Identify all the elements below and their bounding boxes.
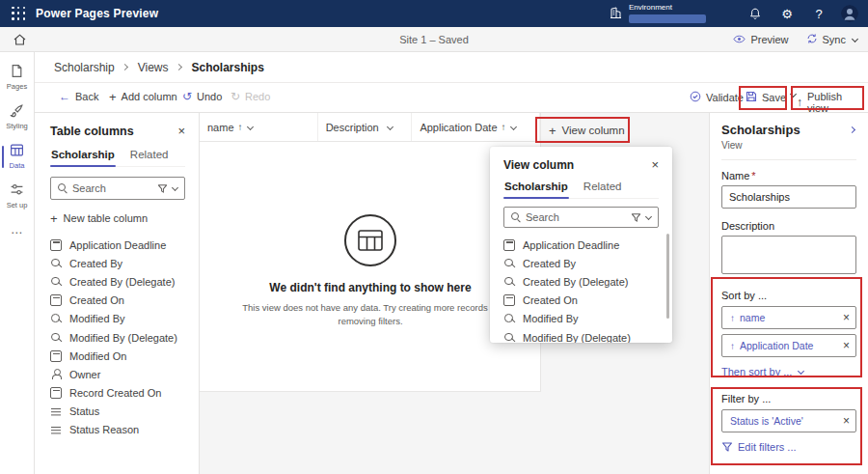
calendar-icon xyxy=(503,239,515,251)
remove-sort-icon[interactable]: × xyxy=(843,340,850,351)
grid-column-header[interactable]: name ↑ xyxy=(200,113,318,141)
column-list-item[interactable]: Modified By xyxy=(50,310,185,328)
command-toolbar: ← Back + Add column ↺ Undo ↻ Redo Valida… xyxy=(35,83,868,113)
collapse-panel-chevron-icon[interactable] xyxy=(849,126,856,134)
grid-column-header[interactable]: Application Date ↑ xyxy=(412,113,540,141)
divider xyxy=(721,159,856,160)
popup-search-input[interactable] xyxy=(526,211,626,223)
column-list-item[interactable]: Application Deadline xyxy=(503,236,659,254)
redo-icon: ↻ xyxy=(231,92,240,102)
column-list-item[interactable]: Created By (Delegate) xyxy=(50,272,185,291)
column-list-item[interactable]: Modified By (Delegate) xyxy=(50,328,185,347)
plus-icon: + xyxy=(549,125,556,136)
table-columns-tabs: Scholarship Related xyxy=(50,146,185,167)
tab-related[interactable]: Related xyxy=(129,146,170,166)
undo-button[interactable]: ↺ Undo xyxy=(176,86,229,107)
new-table-column-button[interactable]: + New table column xyxy=(50,212,185,224)
view-description-textarea[interactable] xyxy=(721,236,856,274)
notifications-bell-icon[interactable] xyxy=(746,4,765,23)
help-icon[interactable]: ? xyxy=(809,4,828,23)
sync-icon xyxy=(806,33,818,46)
plus-icon: + xyxy=(109,92,117,102)
popup-scrollbar[interactable] xyxy=(666,234,669,319)
sort-rule-chip[interactable]: ↑ name × xyxy=(721,306,856,329)
remove-sort-icon[interactable]: × xyxy=(843,312,850,323)
app-title: Power Pages Preview xyxy=(36,7,158,20)
breadcrumb-item-current: Scholarships xyxy=(192,61,264,74)
popup-tab-related[interactable]: Related xyxy=(583,178,623,198)
back-button[interactable]: ← Back xyxy=(52,86,105,107)
column-list-item[interactable]: Created By (Delegate) xyxy=(503,272,659,291)
rail-item-set-up[interactable]: Set up xyxy=(0,179,35,214)
sync-dropdown-chevron-icon xyxy=(851,36,858,43)
close-panel-icon[interactable]: × xyxy=(177,125,185,137)
calendar-icon xyxy=(50,387,62,399)
sort-ascending-icon: ↑ xyxy=(730,341,735,351)
edit-filters-button[interactable]: Edit filters ... xyxy=(721,441,856,453)
lookup-icon xyxy=(50,313,62,324)
popup-tab-scholarship[interactable]: Scholarship xyxy=(503,178,569,198)
status-icon xyxy=(50,424,62,435)
power-pages-maker-window: Power Pages Preview Environment ⚙ ? xyxy=(0,0,868,474)
validate-button[interactable]: Validate xyxy=(683,86,750,109)
sync-button[interactable]: Sync xyxy=(806,33,858,46)
filter-rule-chip[interactable]: Status is 'Active' × xyxy=(721,409,856,432)
grid-column-header[interactable]: Description xyxy=(318,113,413,141)
filter-chevron-icon xyxy=(171,184,178,192)
breadcrumb-item-views[interactable]: Views xyxy=(138,61,169,74)
table-columns-panel-title: Table columns xyxy=(50,125,134,138)
popup-search-box xyxy=(503,207,659,228)
then-sort-by-button[interactable]: Then sort by ... xyxy=(721,366,856,377)
save-button[interactable]: Save xyxy=(742,86,790,109)
environment-picker[interactable]: Environment xyxy=(610,4,706,23)
user-avatar[interactable] xyxy=(841,5,858,22)
view-name-input[interactable] xyxy=(721,185,856,209)
add-column-button[interactable]: + Add column xyxy=(102,86,184,107)
rail-item-pages[interactable]: Pages xyxy=(0,60,35,96)
grid-header-row: name ↑ Description Application Date ↑ xyxy=(200,113,540,142)
breadcrumb-separator-icon xyxy=(176,64,184,71)
redo-button[interactable]: ↻ Redo xyxy=(224,86,277,107)
required-marker: * xyxy=(751,170,755,181)
waffle-menu-icon[interactable] xyxy=(12,7,26,21)
styling-brush-icon xyxy=(10,103,24,120)
column-list-item[interactable]: Application Deadline xyxy=(50,236,185,254)
rail-item-styling[interactable]: Styling xyxy=(0,99,35,135)
popup-filter-button[interactable] xyxy=(631,212,652,223)
column-list-item[interactable]: Modified By xyxy=(503,310,659,328)
settings-gear-icon[interactable]: ⚙ xyxy=(777,4,797,23)
column-list-item[interactable]: Modified On xyxy=(50,347,185,365)
lookup-icon xyxy=(50,258,62,269)
column-list-item[interactable]: Created By xyxy=(503,254,659,272)
remove-filter-icon[interactable]: × xyxy=(843,415,850,427)
view-column-button[interactable]: + View column xyxy=(539,119,635,142)
column-list-item[interactable]: Status Reason xyxy=(50,421,185,439)
columns-search-box xyxy=(50,177,185,200)
properties-title: Scholarships xyxy=(721,123,800,137)
description-field-label: Description xyxy=(721,220,856,232)
column-list-item[interactable]: Status xyxy=(50,403,185,421)
column-list-item[interactable]: Owner xyxy=(50,365,185,383)
save-disk-icon xyxy=(746,91,757,104)
tab-scholarship[interactable]: Scholarship xyxy=(50,146,116,166)
columns-search-input[interactable] xyxy=(72,182,152,194)
column-list-item[interactable]: Created On xyxy=(50,292,185,310)
sort-rule-chip[interactable]: ↑ Application Date × xyxy=(721,334,856,357)
column-list-item[interactable]: Created On xyxy=(503,292,659,310)
environment-icon xyxy=(610,7,622,21)
close-popup-icon[interactable]: × xyxy=(651,159,659,171)
column-list-item[interactable]: Modified By (Delegate) xyxy=(503,328,659,343)
preview-button[interactable]: Preview xyxy=(733,34,788,45)
rail-more-icon[interactable]: ⋯ xyxy=(11,226,23,239)
lookup-icon xyxy=(50,276,62,288)
undo-icon: ↺ xyxy=(182,92,192,102)
filter-chevron-icon xyxy=(644,213,652,221)
popup-title: View column xyxy=(503,158,574,172)
breadcrumb-item-table[interactable]: Scholarship xyxy=(54,61,115,74)
column-menu-chevron-icon xyxy=(510,124,518,131)
columns-filter-button[interactable] xyxy=(157,183,178,194)
rail-item-data[interactable]: Data xyxy=(0,139,35,175)
column-list-item[interactable]: Created By xyxy=(50,254,185,272)
column-list-item[interactable]: Record Created On xyxy=(50,384,185,403)
table-columns-panel: Table columns × Scholarship Related + Ne… xyxy=(35,113,200,474)
